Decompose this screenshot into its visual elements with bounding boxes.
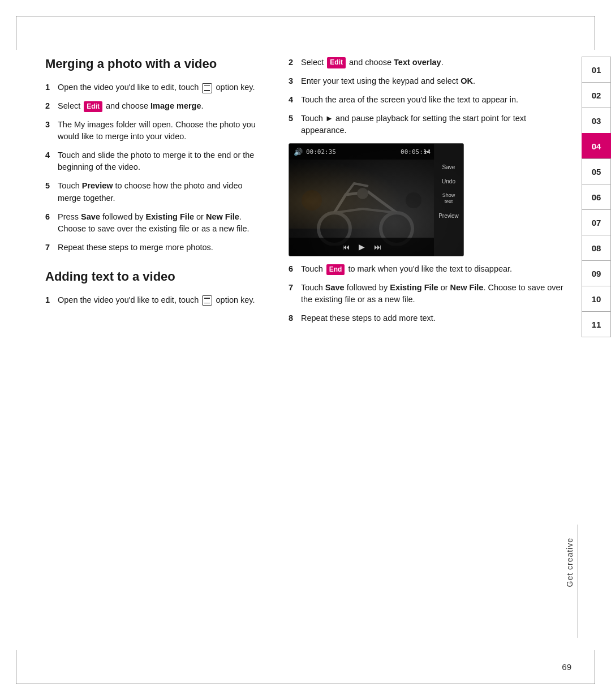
step-1-4: 4 Touch and slide the photo to merge it … — [45, 149, 266, 173]
video-screenshot: 🔊 00:02:35 00:05:14 ↩ Save Undo Showtext… — [289, 143, 464, 256]
vid-show-text-btn[interactable]: Showtext — [441, 190, 457, 207]
chapter-sidebar: 01 02 03 04 05 06 07 08 09 10 11 — [582, 57, 611, 337]
right-steps-before: 2 Select Edit and choose Text overlay. 3… — [289, 57, 566, 136]
page-number: 69 — [562, 662, 571, 672]
step-text-5: Touch Preview to choose how the photo an… — [58, 180, 266, 204]
svg-point-4 — [406, 192, 421, 208]
section1-steps: 1 Open the video you'd like to edit, tou… — [45, 81, 266, 253]
speaker-icon: 🔊 — [294, 148, 303, 156]
step-text-4: Touch and slide the photo to merge it to… — [58, 149, 266, 173]
r-step-text-5: Touch ► and pause playback for setting t… — [301, 113, 566, 136]
step-num-6: 6 — [45, 211, 58, 223]
page-border-top — [16, 16, 595, 16]
r-step-num-2: 2 — [289, 57, 301, 68]
step-text-6: Press Save followed by Existing File or … — [58, 211, 266, 235]
edit-button-label-r: Edit — [327, 57, 346, 68]
step-num-5: 5 — [45, 180, 58, 192]
vid-save-btn[interactable]: Save — [441, 162, 457, 173]
r-step-5: 5 Touch ► and pause playback for setting… — [289, 113, 566, 136]
step-text-3: The My images folder will open. Choose t… — [58, 119, 266, 143]
r-step-4: 4 Touch the area of the screen you'd lik… — [289, 94, 566, 106]
option-key-icon-2 — [202, 295, 212, 306]
vid-top-bar: 🔊 00:02:35 00:05:14 ↩ — [289, 144, 435, 160]
step-1-6: 6 Press Save followed by Existing File o… — [45, 211, 266, 235]
step-num-1: 1 — [45, 81, 58, 93]
vid-time-left: 00:02:35 — [306, 148, 336, 156]
step2-text-1: Open the video you'd like to edit, touch… — [58, 294, 266, 306]
get-creative-divider — [578, 525, 578, 638]
r-step-6: 6 Touch End to mark when you'd like the … — [289, 263, 566, 275]
step-num-4: 4 — [45, 149, 58, 161]
r-step-text-4: Touch the area of the screen you'd like … — [301, 94, 566, 106]
step-1-2: 2 Select Edit and choose Image merge. — [45, 100, 266, 112]
page-border-right-top — [595, 16, 595, 50]
chapter-09[interactable]: 09 — [582, 260, 611, 286]
chapter-04[interactable]: 04 — [582, 133, 611, 159]
r-step-text-3: Enter your text using the keypad and sel… — [301, 75, 566, 87]
r-step-text-2: Select Edit and choose Text overlay. — [301, 57, 566, 68]
light-effect — [289, 161, 402, 229]
main-content: Merging a photo with a video 1 Open the … — [45, 57, 566, 655]
r-step-num-8: 8 — [289, 312, 301, 324]
section2-steps: 1 Open the video you'd like to edit, tou… — [45, 294, 266, 306]
chapter-08[interactable]: 08 — [582, 235, 611, 261]
section1-title: Merging a photo with a video — [45, 57, 266, 71]
r-step-num-5: 5 — [289, 113, 301, 124]
page-border-left-bottom — [16, 650, 16, 684]
right-column: 2 Select Edit and choose Text overlay. 3… — [283, 57, 566, 655]
section2-title: Adding text to a video — [45, 269, 266, 284]
chapter-03[interactable]: 03 — [582, 108, 611, 134]
r-step-7: 7 Touch Save followed by Existing File o… — [289, 282, 566, 306]
vid-next-btn[interactable] — [374, 242, 381, 252]
r-step-text-7: Touch Save followed by Existing File or … — [301, 282, 566, 306]
chapter-01[interactable]: 01 — [582, 57, 611, 83]
vid-undo-btn[interactable]: Undo — [441, 176, 457, 187]
chapter-06[interactable]: 06 — [582, 184, 611, 210]
step-num-2: 2 — [45, 100, 58, 112]
step-num-7: 7 — [45, 242, 58, 254]
r-step-num-4: 4 — [289, 94, 301, 106]
vid-bottom-bar — [289, 238, 434, 256]
r-step-2: 2 Select Edit and choose Text overlay. — [289, 57, 566, 68]
step-text-1: Open the video you'd like to edit, touch… — [58, 81, 266, 93]
step-1-5: 5 Touch Preview to choose how the photo … — [45, 180, 266, 204]
step2-num-1: 1 — [45, 294, 58, 306]
option-key-icon — [202, 83, 212, 93]
chapter-02[interactable]: 02 — [582, 82, 611, 108]
r-step-text-8: Repeat these steps to add more text. — [301, 312, 566, 324]
page-border-left-top — [16, 16, 16, 50]
step-1-3: 3 The My images folder will open. Choose… — [45, 119, 266, 143]
vid-right-panel: Save Undo Showtext Preview — [434, 144, 463, 256]
chapter-07[interactable]: 07 — [582, 209, 611, 235]
vid-prev-btn[interactable] — [342, 242, 350, 252]
chapter-11[interactable]: 11 — [582, 311, 611, 337]
vid-play-btn[interactable] — [359, 242, 365, 252]
r-step-8: 8 Repeat these steps to add more text. — [289, 312, 566, 324]
vid-undo-icon: ↩ — [424, 147, 431, 156]
vid-preview-btn[interactable]: Preview — [437, 211, 460, 221]
right-steps-after: 6 Touch End to mark when you'd like the … — [289, 263, 566, 324]
r-step-num-7: 7 — [289, 282, 301, 294]
step-text-2: Select Edit and choose Image merge. — [58, 100, 266, 112]
step-text-7: Repeat these steps to merge more photos. — [58, 242, 266, 254]
step-1-1: 1 Open the video you'd like to edit, tou… — [45, 81, 266, 93]
edit-button-label: Edit — [84, 101, 102, 112]
r-step-num-3: 3 — [289, 75, 301, 87]
chapter-10[interactable]: 10 — [582, 286, 611, 312]
step-1-7: 7 Repeat these steps to merge more photo… — [45, 242, 266, 254]
r-step-text-6: Touch End to mark when you'd like the te… — [301, 263, 566, 275]
step-num-3: 3 — [45, 119, 58, 131]
chapter-05[interactable]: 05 — [582, 158, 611, 184]
r-step-num-6: 6 — [289, 263, 301, 275]
get-creative-label: Get creative — [565, 538, 574, 587]
left-column: Merging a photo with a video 1 Open the … — [45, 57, 283, 655]
r-step-3: 3 Enter your text using the keypad and s… — [289, 75, 566, 87]
page-border-right-bottom — [595, 650, 595, 684]
page-border-bottom — [16, 684, 595, 684]
step-2-1: 1 Open the video you'd like to edit, tou… — [45, 294, 266, 306]
end-button-label: End — [326, 264, 345, 275]
